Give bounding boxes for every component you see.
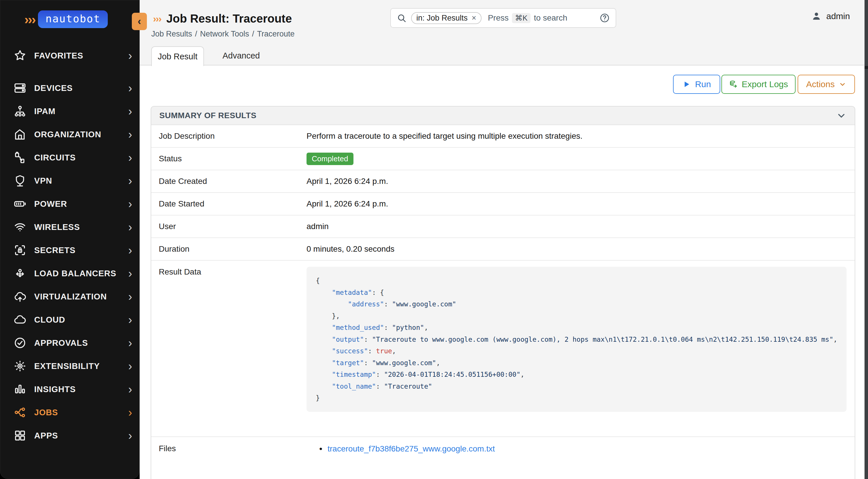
breadcrumb: Job Results/Network Tools/Traceroute bbox=[151, 30, 294, 38]
sidebar-item-wireless[interactable]: WIRELESS› bbox=[0, 216, 140, 238]
summary-row: Date CreatedApril 1, 2026 6:24 p.m. bbox=[151, 170, 855, 193]
summary-rows: Job DescriptionPerform a traceroute to a… bbox=[151, 125, 855, 261]
sidebar-item-virtualization[interactable]: VIRTUALIZATION› bbox=[0, 285, 140, 308]
result-data-code: { "metadata": { "address": "www.google.c… bbox=[307, 267, 846, 412]
chevron-right-icon: › bbox=[128, 82, 132, 94]
sidebar-item-approvals[interactable]: APPROVALS› bbox=[0, 331, 140, 354]
kbd-shortcut: ⌘K bbox=[512, 13, 530, 23]
sidebar-item-secrets[interactable]: SECRETS› bbox=[0, 238, 140, 262]
sidebar-item-load-balancers[interactable]: LOAD BALANCERS› bbox=[0, 262, 140, 285]
summary-panel-header[interactable]: SUMMARY OF RESULTS bbox=[151, 106, 855, 125]
chevron-right-icon: › bbox=[128, 407, 132, 418]
row-value: Perform a traceroute to a specified targ… bbox=[307, 131, 855, 141]
summary-row: Date StartedApril 1, 2026 6:24 p.m. bbox=[151, 193, 855, 216]
row-label: Date Created bbox=[159, 177, 307, 186]
sidebar-item-ipam[interactable]: IPAM› bbox=[0, 100, 140, 123]
search-placeholder: Press ⌘K to search bbox=[488, 13, 567, 23]
chevron-right-icon: › bbox=[128, 291, 132, 302]
sidebar-item-label: EXTENSIBILITY bbox=[34, 361, 100, 371]
sidebar: ››› nautobot FAVORITES›DEVICES›IPAM›ORGA… bbox=[0, 0, 140, 479]
page-scrollbar[interactable] bbox=[865, 0, 868, 479]
sidebar-item-apps[interactable]: APPS› bbox=[0, 424, 140, 447]
sidebar-item-label: DEVICES bbox=[34, 84, 73, 93]
secrets-icon bbox=[13, 244, 27, 257]
jobs-icon bbox=[13, 406, 27, 419]
chevron-right-icon: › bbox=[128, 360, 132, 372]
sidebar-collapse-button[interactable]: ‹ bbox=[132, 13, 147, 30]
row-value: April 1, 2026 6:24 p.m. bbox=[307, 177, 855, 186]
sidebar-item-label: LOAD BALANCERS bbox=[34, 269, 116, 278]
breadcrumb-item[interactable]: Network Tools bbox=[200, 30, 249, 38]
summary-row: Duration0 minutes, 0.20 seconds bbox=[151, 238, 855, 261]
user-icon bbox=[811, 11, 822, 22]
code-line: "method_used": "python", bbox=[316, 322, 844, 333]
code-line: "metadata": { bbox=[316, 287, 844, 298]
search-suffix-text: to search bbox=[534, 13, 567, 23]
chevron-right-icon: › bbox=[128, 267, 132, 279]
scrollbar-thumb[interactable] bbox=[865, 66, 868, 69]
nautobot-app: ››› nautobot FAVORITES›DEVICES›IPAM›ORGA… bbox=[0, 0, 868, 479]
title-chevrons-icon: ››› bbox=[153, 13, 161, 24]
user-menu[interactable]: admin bbox=[811, 11, 850, 22]
sidebar-item-cloud[interactable]: CLOUD› bbox=[0, 308, 140, 331]
cloud-icon bbox=[13, 313, 27, 326]
row-label: Job Description bbox=[159, 131, 307, 141]
sidebar-item-organization[interactable]: ORGANIZATION› bbox=[0, 123, 140, 146]
breadcrumb-item[interactable]: Traceroute bbox=[257, 30, 294, 38]
chevron-right-icon: › bbox=[128, 105, 132, 117]
sidebar-item-label: CLOUD bbox=[34, 315, 65, 325]
sidebar-item-power[interactable]: POWER› bbox=[0, 192, 140, 216]
sidebar-item-label: WIRELESS bbox=[34, 222, 80, 232]
row-label: Date Started bbox=[159, 199, 307, 209]
apps-icon bbox=[13, 429, 27, 442]
play-icon bbox=[682, 80, 691, 89]
chevron-right-icon: › bbox=[128, 430, 132, 441]
actions-button[interactable]: Actions bbox=[798, 75, 855, 94]
sidebar-item-favorites[interactable]: FAVORITES› bbox=[0, 44, 140, 67]
row-value: Completed bbox=[307, 153, 855, 165]
files-list: traceroute_f7b38f6be275_www.google.com.t… bbox=[307, 444, 855, 454]
approvals-icon bbox=[13, 336, 27, 350]
chevron-right-icon: › bbox=[128, 50, 132, 61]
file-link[interactable]: traceroute_f7b38f6be275_www.google.com.t… bbox=[328, 444, 495, 453]
extensibility-icon bbox=[13, 359, 27, 373]
tab-job-result[interactable]: Job Result bbox=[151, 46, 204, 66]
chevron-right-icon: › bbox=[128, 383, 132, 395]
search-icon bbox=[397, 13, 406, 23]
run-button[interactable]: Run bbox=[673, 75, 720, 94]
organization-icon bbox=[13, 128, 27, 141]
breadcrumb-item[interactable]: Job Results bbox=[151, 30, 192, 38]
sidebar-item-label: IPAM bbox=[34, 106, 56, 116]
summary-row: Useradmin bbox=[151, 216, 855, 238]
sidebar-item-vpn[interactable]: VPN› bbox=[0, 169, 140, 192]
tab-advanced[interactable]: Advanced bbox=[214, 46, 269, 65]
sidebar-item-jobs[interactable]: JOBS› bbox=[0, 401, 140, 424]
sidebar-item-label: INSIGHTS bbox=[34, 385, 75, 394]
summary-row: Job DescriptionPerform a traceroute to a… bbox=[151, 125, 855, 148]
code-line: }, bbox=[316, 310, 844, 322]
chip-close-icon[interactable]: × bbox=[472, 13, 476, 23]
sidebar-item-extensibility[interactable]: EXTENSIBILITY› bbox=[0, 354, 140, 378]
export-logs-button[interactable]: Export Logs bbox=[721, 75, 796, 94]
sidebar-item-insights[interactable]: INSIGHTS› bbox=[0, 378, 140, 401]
global-search[interactable]: in: Job Results × Press ⌘K to search bbox=[390, 8, 616, 28]
help-icon[interactable] bbox=[599, 13, 610, 23]
row-label: Duration bbox=[159, 245, 307, 254]
chevron-right-icon: › bbox=[128, 245, 132, 256]
brand-chevrons-icon: ››› bbox=[24, 13, 35, 26]
code-line: "success": true, bbox=[316, 345, 844, 357]
run-button-label: Run bbox=[695, 79, 711, 89]
breadcrumb-separator: / bbox=[252, 30, 254, 38]
brand-wordmark: nautobot bbox=[38, 10, 108, 28]
status-badge: Completed bbox=[307, 153, 353, 165]
sidebar-item-devices[interactable]: DEVICES› bbox=[0, 76, 140, 100]
star-icon bbox=[13, 49, 27, 62]
row-value: April 1, 2026 6:24 p.m. bbox=[307, 199, 855, 209]
chevron-down-icon[interactable] bbox=[836, 110, 846, 121]
code-line: "timestamp": "2026-04-01T18:24:45.051156… bbox=[316, 369, 844, 381]
devices-icon bbox=[13, 82, 27, 95]
brand-logo[interactable]: ››› nautobot bbox=[24, 10, 108, 28]
search-scope-chip[interactable]: in: Job Results × bbox=[411, 12, 482, 24]
sidebar-item-circuits[interactable]: CIRCUITS› bbox=[0, 146, 140, 169]
sidebar-item-label: ORGANIZATION bbox=[34, 130, 101, 139]
